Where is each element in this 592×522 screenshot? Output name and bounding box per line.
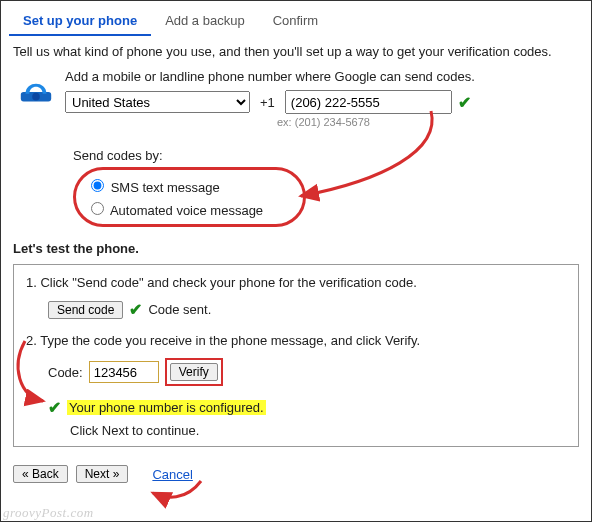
radio-voice[interactable]: Automated voice message — [86, 203, 263, 218]
send-codes-by-label: Send codes by: — [73, 148, 579, 163]
send-method-group: SMS text message Automated voice message — [73, 167, 306, 227]
phone-number-input[interactable] — [285, 90, 452, 114]
phone-section: Add a mobile or landline phone number wh… — [13, 69, 579, 128]
radio-voice-input[interactable] — [91, 202, 104, 215]
continue-text: Click Next to continue. — [70, 423, 566, 438]
test-heading: Let's test the phone. — [13, 241, 579, 256]
send-code-button[interactable]: Send code — [48, 301, 123, 319]
send-codes-by-section: Send codes by: SMS text message Automate… — [73, 148, 579, 227]
phone-example: ex: (201) 234-5678 — [277, 116, 579, 128]
test-box: 1. Click "Send code" and check your phon… — [13, 264, 579, 447]
watermark: groovyPost.com — [3, 505, 94, 521]
next-button[interactable]: Next » — [76, 465, 129, 483]
code-sent-text: Code sent. — [148, 302, 211, 317]
step-1-text: 1. Click "Send code" and check your phon… — [26, 275, 566, 290]
tab-confirm[interactable]: Confirm — [259, 9, 333, 36]
nav-row: « Back Next » Cancel — [1, 461, 591, 485]
tab-add-backup[interactable]: Add a backup — [151, 9, 259, 36]
wizard-tabs: Set up your phone Add a backup Confirm — [1, 1, 591, 36]
radio-sms-input[interactable] — [91, 179, 104, 192]
verify-highlight: Verify — [165, 358, 223, 386]
checkmark-icon: ✔ — [458, 93, 471, 112]
country-select[interactable]: United States — [65, 91, 250, 113]
svg-point-1 — [32, 93, 40, 101]
checkmark-icon: ✔ — [48, 398, 61, 417]
checkmark-icon: ✔ — [129, 300, 142, 319]
step-2-text: 2. Type the code you receive in the phon… — [26, 333, 566, 348]
content-area: Tell us what kind of phone you use, and … — [1, 36, 591, 461]
configured-text: Your phone number is configured. — [67, 400, 266, 415]
country-code: +1 — [260, 95, 275, 110]
phone-icon — [17, 71, 55, 109]
tab-setup-phone[interactable]: Set up your phone — [9, 9, 151, 36]
cancel-link[interactable]: Cancel — [152, 467, 192, 482]
radio-sms[interactable]: SMS text message — [86, 180, 220, 195]
radio-sms-label: SMS text message — [111, 180, 220, 195]
code-label: Code: — [48, 365, 83, 380]
back-button[interactable]: « Back — [13, 465, 68, 483]
radio-voice-label: Automated voice message — [110, 203, 263, 218]
code-input[interactable] — [89, 361, 159, 383]
phone-instruction: Add a mobile or landline phone number wh… — [65, 69, 579, 84]
intro-text: Tell us what kind of phone you use, and … — [13, 44, 579, 59]
verify-button[interactable]: Verify — [170, 363, 218, 381]
